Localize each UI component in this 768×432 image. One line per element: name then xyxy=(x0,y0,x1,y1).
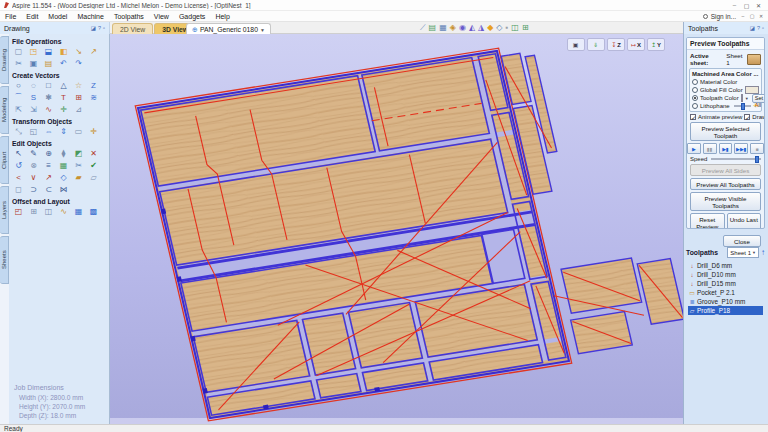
rotate-copy-icon[interactable]: ↺ xyxy=(12,160,25,171)
zoom-window-icon[interactable]: ◉ xyxy=(459,22,466,34)
ellipse-icon[interactable]: ◌ xyxy=(27,80,40,91)
dimension-icon[interactable]: ✛ xyxy=(57,104,70,115)
side-view-y-button[interactable]: ↥Y xyxy=(647,38,665,51)
step-button[interactable]: ▶▮ xyxy=(719,143,733,154)
preview-all-toolpaths-button[interactable]: Preview All Toolpaths xyxy=(690,178,761,190)
radio-global-fill-color[interactable]: Global Fill Color xyxy=(692,86,759,94)
pin-icon[interactable]: ◪ xyxy=(91,25,96,31)
preview-visible-toolpaths-button[interactable]: Preview Visible Toolpaths xyxy=(690,192,761,211)
sketch-icon[interactable]: ∿ xyxy=(42,104,55,115)
text-box-icon[interactable]: ⊞ xyxy=(72,92,85,103)
validate-icon[interactable]: ✔ xyxy=(87,160,100,171)
toolpath-item[interactable]: ↓ Drill_D15 mm xyxy=(688,279,763,288)
look-down-button[interactable]: ⇓ xyxy=(587,38,605,51)
toolpath-color-swatch[interactable] xyxy=(741,94,743,102)
gear-icon[interactable]: ✱ xyxy=(42,92,55,103)
center-icon[interactable]: ✛ xyxy=(87,126,100,137)
save-file-icon[interactable]: ⬓ xyxy=(42,46,55,57)
radio-icon[interactable] xyxy=(692,103,698,109)
sidebar-tab[interactable]: Clipart xyxy=(0,136,9,184)
draw-tool-checkbox[interactable] xyxy=(744,114,750,120)
sheet-preview-button[interactable] xyxy=(747,54,761,65)
nesting-icon[interactable]: ▦ xyxy=(72,206,85,217)
node-edit-icon[interactable]: ✎ xyxy=(27,148,40,159)
measure-icon[interactable]: ⟋ xyxy=(420,22,426,34)
lithophane-slider[interactable] xyxy=(734,105,751,107)
weld-icon[interactable]: ⊗ xyxy=(27,160,40,171)
child-minimize-button[interactable]: – xyxy=(739,12,747,20)
offset-icon[interactable]: ◰ xyxy=(12,206,25,217)
select-icon[interactable]: ↖ xyxy=(12,148,25,159)
copy-along-icon[interactable]: ◫ xyxy=(42,206,55,217)
undock-icon[interactable]: ▫ xyxy=(762,25,764,31)
stop-button[interactable]: ■ xyxy=(750,143,764,154)
close-button[interactable]: Close xyxy=(723,235,761,247)
zoom-out-icon[interactable]: ◮ xyxy=(478,22,484,34)
menu-item[interactable]: View xyxy=(149,13,174,20)
pin-icon[interactable]: ◪ xyxy=(750,25,755,31)
circle-icon[interactable]: ○ xyxy=(12,80,25,91)
delete-icon[interactable]: ✕ xyxy=(87,148,100,159)
guides-icon[interactable]: ◇ xyxy=(496,22,502,34)
align-icon[interactable]: ≡ xyxy=(42,160,55,171)
split-view-icon[interactable]: ⊞ xyxy=(522,22,529,34)
sheet-select[interactable]: Sheet 1 ▼ xyxy=(727,247,759,258)
import-icon[interactable]: ↘ xyxy=(72,46,85,57)
radio-lithophane[interactable]: Lithophane ☀ xyxy=(692,102,759,110)
box-icon[interactable]: ◻ xyxy=(12,184,25,195)
3d-scene[interactable] xyxy=(110,34,683,424)
zoom-in-icon[interactable]: ◭ xyxy=(469,22,475,34)
star-icon[interactable]: ☆ xyxy=(72,80,85,91)
radio-icon[interactable] xyxy=(692,87,698,93)
child-close-button[interactable]: ✕ xyxy=(757,12,765,20)
offset-open-icon[interactable]: ↗ xyxy=(42,172,55,183)
measure-tool-icon[interactable]: ⊕ xyxy=(42,148,55,159)
undo-icon[interactable]: ↶ xyxy=(57,58,70,69)
front-view-z-button[interactable]: ↧Z xyxy=(607,38,625,51)
fillet-icon[interactable]: ⧫ xyxy=(57,148,70,159)
toolpath-item[interactable]: ▱ Profile_P18 xyxy=(688,306,763,315)
run-to-end-button[interactable]: ▶▶▮ xyxy=(734,143,748,154)
sidebar-tab[interactable]: Layers xyxy=(0,186,9,234)
fill-icon[interactable]: ▰ xyxy=(72,172,85,183)
tile-icon[interactable]: ▩ xyxy=(87,206,100,217)
array-icon[interactable]: ▦ xyxy=(57,160,70,171)
sign-in-link[interactable]: Sign in... xyxy=(711,13,736,20)
unfill-icon[interactable]: ▱ xyxy=(87,172,100,183)
open-file-icon[interactable]: ◳ xyxy=(27,46,40,57)
snap-grid-icon[interactable]: ◈ xyxy=(450,22,456,34)
chevron-down-icon[interactable]: ▼ xyxy=(260,27,265,33)
minimize-button[interactable]: – xyxy=(729,1,740,10)
child-restore-button[interactable]: ▢ xyxy=(748,12,756,20)
maximize-button[interactable]: ▢ xyxy=(741,1,752,10)
tab-2d-view[interactable]: 2D View xyxy=(112,23,153,34)
arc-icon[interactable]: ⌒ xyxy=(12,92,25,103)
animate-preview-checkbox[interactable] xyxy=(690,114,696,120)
text-on-curve-icon[interactable]: ≋ xyxy=(87,92,100,103)
undock-icon[interactable]: ▫ xyxy=(103,25,105,31)
move-icon[interactable]: ⤡ xyxy=(12,126,25,137)
move-up-icon[interactable]: ↑ xyxy=(761,248,765,257)
menu-item[interactable]: Model xyxy=(43,13,72,20)
layout-icon[interactable]: ⊞ xyxy=(27,206,40,217)
menu-item[interactable]: Toolpaths xyxy=(109,13,149,20)
rotate-icon[interactable]: ◱ xyxy=(27,126,40,137)
align-right-icon[interactable]: ⇲ xyxy=(27,104,40,115)
mirror-h-icon[interactable]: ⇔ xyxy=(42,126,55,137)
snap-toggle-icon[interactable]: ◆ xyxy=(487,22,493,34)
cut-icon[interactable]: ✂ xyxy=(12,58,25,69)
paste-icon[interactable]: ▤ xyxy=(42,58,55,69)
mirror-v-icon[interactable]: ⇕ xyxy=(57,126,70,137)
menu-item[interactable]: Machine xyxy=(72,13,108,20)
menu-item[interactable]: Edit xyxy=(21,13,43,20)
pause-snap-icon[interactable]: ▪ xyxy=(506,22,509,34)
toolpath-item[interactable]: ↓ Drill_D6 mm xyxy=(688,261,763,270)
help-icon[interactable]: ? xyxy=(98,25,101,31)
speed-slider[interactable] xyxy=(711,158,761,160)
extend-icon[interactable]: < xyxy=(12,172,25,183)
toolpath-item[interactable]: ≣ Groove_P10 mm xyxy=(688,297,763,306)
group-icon[interactable]: ◩ xyxy=(72,148,85,159)
join-icon[interactable]: ∨ xyxy=(27,172,40,183)
align-left-icon[interactable]: ⇱ xyxy=(12,104,25,115)
pause-button[interactable]: ▮▮ xyxy=(703,143,717,154)
